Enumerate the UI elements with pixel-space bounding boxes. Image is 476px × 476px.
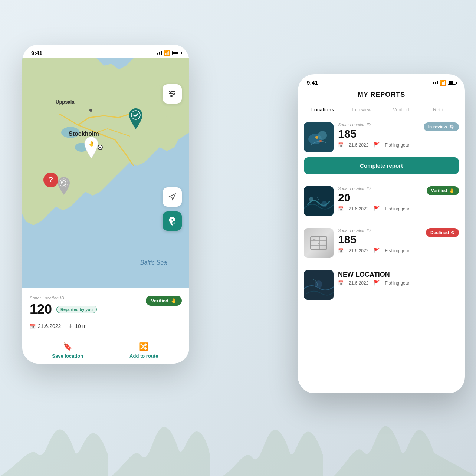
cal-icon-3: 📅	[338, 248, 344, 253]
declined-badge: Declined ⊘	[426, 228, 459, 237]
cal-icon-4: 📅	[338, 280, 344, 286]
svg-point-26	[315, 136, 318, 139]
svg-point-21	[60, 179, 68, 187]
filter-button[interactable]	[163, 84, 182, 104]
map-phone: 9:41 📶	[22, 45, 189, 364]
add-to-route-button[interactable]: 🔀 Add to route	[106, 335, 182, 364]
depth-meta: ⬇ 10 m	[68, 323, 86, 329]
verified-map-marker[interactable]	[127, 108, 145, 129]
report-4-category: Fishing gear	[385, 280, 409, 286]
hand-icon-2: 🤚	[449, 188, 454, 193]
map-area[interactable]: Uppsala Stockholm Baltic Sea	[22, 58, 189, 288]
report-item-4[interactable]: NEW LOCATION 📅 21.6.2022 🚩 Fishing gear	[298, 264, 465, 306]
report-content-4: NEW LOCATION 📅 21.6.2022 🚩 Fishing gear	[338, 270, 459, 286]
verified-label-2: Verified	[431, 188, 447, 193]
flag-icon-4: 🚩	[374, 280, 380, 286]
tab-verified[interactable]: Verified	[382, 103, 420, 116]
navigate-button[interactable]	[163, 187, 182, 207]
refresh-map-marker[interactable]	[56, 176, 72, 193]
report-content-2: Sonar Location ID 20 Verified 🤚 📅 21.6.2…	[338, 186, 459, 211]
tab-in-review[interactable]: In review	[343, 103, 381, 116]
svg-text:?: ?	[49, 175, 53, 184]
verified-label: Verified	[151, 298, 168, 303]
date-meta: 📅 21.6.2022	[30, 323, 61, 329]
svg-point-9	[170, 91, 171, 92]
report-2-sonar-label: Sonar Location ID	[338, 186, 371, 191]
flag-icon-2: 🚩	[374, 206, 380, 211]
bookmark-icon: 🔖	[63, 342, 72, 351]
reports-time: 9:41	[307, 79, 318, 86]
location-meta-row: 📅 21.6.2022 ⬇ 10 m	[30, 323, 182, 329]
report-thumb-2	[304, 186, 334, 216]
wifi-icon: 📶	[164, 50, 170, 56]
report-thumb-3	[304, 228, 334, 258]
tab-locations[interactable]: Locations	[304, 103, 342, 116]
signal-icon	[157, 51, 162, 55]
map-status-icons: 📶	[157, 50, 180, 56]
svg-rect-31	[311, 236, 327, 250]
route-icon: 🔀	[139, 342, 148, 351]
report-list: Sonar Location ID 185 In review 🔄 📅 21.6…	[298, 116, 465, 387]
baltic-sea-label: Baltic Sea	[140, 259, 167, 266]
reports-battery-icon	[448, 81, 456, 85]
report-content-3: Sonar Location ID 185 Declined ⊘ 📅 21.6.…	[338, 228, 459, 253]
declined-label: Declined	[430, 230, 449, 235]
location-date: 21.6.2022	[38, 323, 61, 329]
report-thumb-4	[304, 270, 334, 300]
report-4-date: 21.6.2022	[349, 280, 368, 286]
reports-wifi-icon: 📶	[440, 80, 446, 86]
report-1-category: Fishing gear	[385, 142, 409, 148]
add-location-button[interactable]	[163, 211, 182, 231]
report-2-date: 21.6.2022	[349, 206, 368, 211]
svg-point-27	[319, 140, 322, 142]
location-depth: 10 m	[75, 323, 86, 329]
cal-icon-1: 📅	[338, 142, 344, 148]
report-2-meta: 📅 21.6.2022 🚩 Fishing gear	[338, 206, 459, 211]
report-item-1[interactable]: Sonar Location ID 185 In review 🔄 📅 21.6…	[298, 116, 465, 180]
report-1-sonar-label: Sonar Location ID	[338, 122, 371, 127]
svg-point-1	[61, 127, 80, 138]
report-content-1: Sonar Location ID 185 In review 🔄 📅 21.6…	[338, 122, 459, 148]
in-review-label: In review	[428, 124, 447, 129]
location-id-number: 120	[30, 302, 52, 317]
depth-icon: ⬇	[68, 323, 73, 329]
block-icon: ⊘	[451, 230, 454, 235]
report-2-id: 20	[338, 191, 371, 204]
report-item-3[interactable]: Sonar Location ID 185 Declined ⊘ 📅 21.6.…	[298, 222, 465, 264]
hand-map-marker[interactable]: 🤚	[82, 136, 101, 159]
report-3-id: 185	[338, 233, 371, 246]
svg-point-29	[309, 197, 313, 201]
svg-rect-28	[304, 186, 334, 216]
save-location-button[interactable]: 🔖 Save location	[30, 335, 106, 364]
reports-phone: 9:41 📶 MY REPORTS Locations In review Ve…	[298, 74, 465, 393]
reports-status-icons: 📶	[433, 80, 456, 86]
svg-text:🤚: 🤚	[88, 141, 95, 147]
cal-icon-2: 📅	[338, 206, 344, 211]
verified-status-badge: Verified 🤚	[146, 296, 182, 306]
verified-badge-2: Verified 🤚	[427, 186, 459, 195]
svg-point-30	[321, 201, 327, 207]
add-to-route-label: Add to route	[129, 353, 158, 359]
svg-point-25	[318, 131, 327, 140]
tab-retrieved[interactable]: Retri...	[421, 103, 459, 116]
report-3-category: Fishing gear	[385, 248, 409, 253]
map-time: 9:41	[31, 50, 42, 56]
complete-report-button[interactable]: Complete report	[304, 157, 459, 174]
flag-icon-3: 🚩	[374, 248, 380, 253]
refresh-icon: 🔄	[449, 124, 454, 129]
report-thumb-1	[304, 122, 334, 152]
reported-by-badge: Reported by you	[56, 306, 97, 313]
reports-status-bar: 9:41 📶	[298, 74, 465, 88]
report-3-date: 21.6.2022	[349, 248, 368, 253]
report-4-meta: 📅 21.6.2022 🚩 Fishing gear	[338, 280, 459, 286]
report-3-meta: 📅 21.6.2022 🚩 Fishing gear	[338, 248, 459, 253]
svg-point-10	[173, 93, 174, 95]
reports-tabs: Locations In review Verified Retri...	[298, 103, 465, 116]
calendar-icon: 📅	[30, 324, 36, 329]
location-id-label: Sonar Location ID	[30, 296, 97, 300]
report-1-id: 185	[338, 128, 371, 140]
report-item-2[interactable]: Sonar Location ID 20 Verified 🤚 📅 21.6.2…	[298, 180, 465, 222]
svg-marker-12	[169, 194, 175, 200]
hand-icon: 🤚	[171, 298, 177, 303]
reports-signal-icon	[433, 81, 438, 84]
